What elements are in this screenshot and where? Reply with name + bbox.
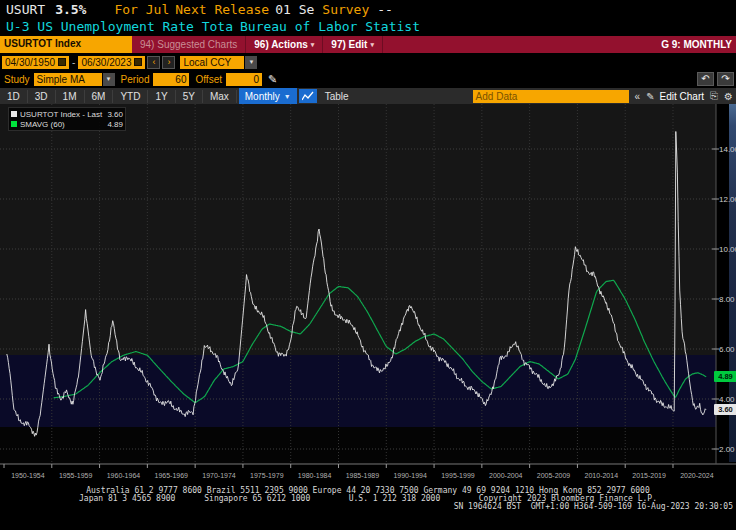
legend-swatch-icon bbox=[11, 121, 17, 127]
x-axis-label: 2000-2004 bbox=[483, 472, 529, 479]
titlebar-spacer bbox=[383, 36, 661, 53]
y-axis-label: 12.00 bbox=[719, 195, 736, 204]
x-axis-label: 1980-1984 bbox=[292, 472, 338, 479]
y-axis-label: 2.00 bbox=[719, 445, 736, 454]
x-axis-label: 1950-1954 bbox=[5, 472, 51, 479]
pencil-icon[interactable]: ✎ bbox=[646, 91, 654, 102]
last-value: 3.5% bbox=[55, 2, 86, 17]
pencil-icon[interactable]: ✎ bbox=[268, 73, 277, 86]
chart-area: USURTOT Index - Last Price3.60SMAVG (60)… bbox=[0, 104, 736, 486]
frequency-select[interactable]: Monthly ▼ bbox=[239, 88, 297, 104]
date-to-value: 06/30/2023 bbox=[81, 56, 131, 69]
legend-label: USURTOT Index - Last Price bbox=[20, 110, 103, 119]
tab-6m[interactable]: 6M bbox=[85, 90, 114, 103]
undo-button[interactable]: ↶ bbox=[697, 72, 714, 86]
x-axis-label: 2005-2009 bbox=[531, 472, 577, 479]
header-line-1: USURT 3.5% For Jul Next Release 01 Se Su… bbox=[6, 2, 393, 17]
legend-swatch-icon bbox=[11, 111, 17, 117]
tab-1y[interactable]: 1Y bbox=[148, 90, 175, 103]
caret-down-icon: ▼ bbox=[284, 93, 291, 100]
prev-range-button[interactable]: ‹ bbox=[147, 56, 160, 69]
currency-dropdown-icon[interactable]: ▼ bbox=[245, 56, 257, 69]
edit-menu[interactable]: 97) Edit ▾ bbox=[323, 36, 383, 53]
security-source: Bureau of Labor Statist bbox=[240, 19, 420, 34]
date-from-field[interactable]: 04/30/1950 bbox=[2, 56, 69, 69]
calendar-icon[interactable] bbox=[134, 58, 142, 66]
header-line-2: U-3 US Unemployment Rate Tota Bureau of … bbox=[6, 19, 420, 34]
calendar-icon[interactable] bbox=[58, 58, 66, 66]
offset-label: Offset bbox=[195, 74, 222, 85]
gear-icon[interactable]: ⚙ bbox=[724, 91, 733, 102]
study-dropdown-icon[interactable]: ▼ bbox=[103, 73, 115, 86]
edit-label: 97) Edit bbox=[331, 39, 367, 50]
range-row: 04/30/1950 - 06/30/2023 ‹ › Local CCY ▼ bbox=[0, 54, 736, 70]
tab-1d[interactable]: 1D bbox=[0, 90, 28, 103]
period-tabs: 1D3D1M6MYTD1Y5YMax bbox=[0, 88, 237, 104]
legend-value: 4.89 bbox=[107, 120, 123, 129]
edit-chart-button[interactable]: Edit Chart bbox=[660, 91, 704, 102]
collapse-icon[interactable]: « bbox=[635, 91, 641, 102]
tab-5y[interactable]: 5Y bbox=[176, 90, 203, 103]
actions-menu[interactable]: 96) Actions ▾ bbox=[246, 36, 323, 53]
survey-value: -- bbox=[377, 2, 393, 17]
x-axis-label: 2015-2019 bbox=[626, 472, 672, 479]
y-axis-label: 6.00 bbox=[719, 345, 736, 354]
bloomberg-chart-screen: USURT 3.5% For Jul Next Release 01 Se Su… bbox=[0, 0, 736, 530]
x-axis-label: 1970-1974 bbox=[196, 472, 242, 479]
tab-ytd[interactable]: YTD bbox=[113, 90, 148, 103]
last-price-badge: 3.60 bbox=[714, 404, 736, 415]
title-bar: USURTOT Index 94) Suggested Charts 96) A… bbox=[0, 36, 736, 53]
chart-toolbar: 1D3D1M6MYTD1Y5YMax Monthly ▼ Table Add D… bbox=[0, 88, 736, 104]
x-axis-label: 2010-2014 bbox=[578, 472, 624, 479]
table-button[interactable]: Table bbox=[317, 90, 357, 103]
copy-icon[interactable]: ⎘ bbox=[710, 90, 718, 102]
footer-session-line: SN 1964624 BST GMT+1:00 H364-509-169 16-… bbox=[0, 502, 736, 511]
security-input[interactable]: USURTOT Index bbox=[0, 36, 132, 53]
legend-item[interactable]: USURTOT Index - Last Price3.60 bbox=[11, 109, 123, 119]
next-range-button[interactable]: › bbox=[162, 56, 175, 69]
ticker: USURT bbox=[6, 2, 45, 17]
y-axis-label: 14.00 bbox=[719, 145, 736, 154]
next-release-value: 01 Se bbox=[275, 2, 314, 17]
add-data-input[interactable]: Add Data bbox=[473, 90, 629, 103]
y-axis-label: 10.00 bbox=[719, 245, 736, 254]
security-header: USURT 3.5% For Jul Next Release 01 Se Su… bbox=[0, 0, 736, 36]
x-axis-label: 1995-1999 bbox=[435, 472, 481, 479]
currency-select[interactable]: Local CCY bbox=[180, 56, 244, 69]
x-axis-label: 1985-1989 bbox=[339, 472, 385, 479]
smavg-price-badge: 4.89 bbox=[714, 371, 736, 382]
line-chart-icon bbox=[302, 91, 314, 101]
tab-max[interactable]: Max bbox=[203, 90, 237, 103]
legend-item[interactable]: SMAVG (60)4.89 bbox=[11, 119, 123, 129]
tab-3d[interactable]: 3D bbox=[28, 90, 56, 103]
chart-type-button[interactable] bbox=[299, 89, 317, 103]
suggested-charts-button[interactable]: 94) Suggested Charts bbox=[132, 36, 246, 53]
legend-label: SMAVG (60) bbox=[20, 120, 103, 129]
date-from-value: 04/30/1950 bbox=[5, 56, 55, 69]
security-name: U-3 US Unemployment Rate Tota bbox=[6, 19, 233, 34]
x-axis-label: 1965-1969 bbox=[148, 472, 194, 479]
for-label: For Jul bbox=[114, 2, 169, 17]
redo-button[interactable]: ↷ bbox=[717, 72, 734, 86]
x-axis-label: 1975-1979 bbox=[244, 472, 290, 479]
x-axis-label: 1955-1959 bbox=[53, 472, 99, 479]
offset-input[interactable]: 0 bbox=[226, 73, 262, 86]
tab-1m[interactable]: 1M bbox=[56, 90, 85, 103]
x-axis-label: 2020-2024 bbox=[674, 472, 720, 479]
next-release-label: Next Release bbox=[175, 2, 269, 17]
date-to-field[interactable]: 06/30/2023 bbox=[78, 56, 145, 69]
caret-down-icon: ▾ bbox=[311, 41, 315, 49]
study-label: Study bbox=[4, 74, 30, 85]
study-select[interactable]: Simple MA bbox=[34, 73, 102, 86]
frequency-label: Monthly bbox=[245, 91, 280, 102]
x-axis-label: 1990-1994 bbox=[387, 472, 433, 479]
actions-label: 96) Actions bbox=[254, 39, 308, 50]
period-label: Period bbox=[121, 74, 150, 85]
period-input[interactable]: 60 bbox=[153, 73, 189, 86]
price-chart-svg[interactable] bbox=[0, 104, 736, 476]
y-axis-label: 8.00 bbox=[719, 295, 736, 304]
caret-down-icon: ▾ bbox=[370, 41, 374, 49]
survey-label: Survey bbox=[322, 2, 369, 17]
x-axis-label: 1960-1964 bbox=[100, 472, 146, 479]
date-separator: - bbox=[72, 57, 75, 68]
